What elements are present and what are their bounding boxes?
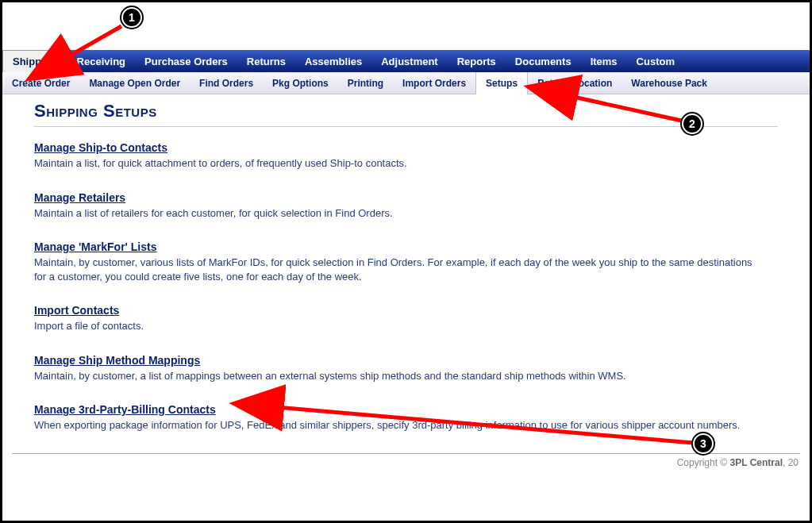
annotation-marker-1: 1 — [121, 7, 142, 28]
sub-nav: Create Order Manage Open Order Find Orde… — [2, 72, 810, 94]
annotation-marker-2: 2 — [682, 113, 702, 134]
link-manage-markfor-lists[interactable]: Manage 'MarkFor' Lists — [34, 240, 156, 253]
footer-suffix: , 20 — [783, 457, 799, 468]
content-area: Shipping Setups Manage Ship-to Contacts … — [2, 94, 810, 448]
footer: Copyright © 3PL Central, 20 — [2, 454, 810, 468]
annotation-marker-3: 3 — [693, 433, 714, 454]
desc-markfor-lists: Maintain, by customer, various lists of … — [34, 256, 764, 283]
desc-3rd-party-billing: When exporting package information for U… — [34, 418, 764, 433]
nav-tab-shipping[interactable]: Shipping — [2, 50, 67, 72]
nav-tab-custom[interactable]: Custom — [627, 50, 684, 72]
subnav-find-orders[interactable]: Find Orders — [190, 72, 263, 94]
nav-tab-assemblies[interactable]: Assemblies — [295, 50, 371, 72]
section-import-contacts: Import Contacts Import a file of contact… — [34, 304, 778, 333]
nav-tab-receiving[interactable]: Receiving — [67, 50, 135, 72]
link-manage-retailers[interactable]: Manage Retailers — [34, 191, 125, 204]
nav-tab-items[interactable]: Items — [581, 50, 627, 72]
nav-tab-documents[interactable]: Documents — [506, 50, 581, 72]
nav-tab-reports[interactable]: Reports — [448, 50, 506, 72]
section-ship-method-mappings: Manage Ship Method Mappings Maintain, by… — [34, 354, 778, 383]
main-nav: Shipping Receiving Purchase Orders Retur… — [2, 50, 810, 72]
subnav-manage-open-order[interactable]: Manage Open Order — [79, 72, 190, 94]
desc-import-contacts: Import a file of contacts. — [34, 319, 764, 333]
section-3rd-party-billing: Manage 3rd-Party-Billing Contacts When e… — [34, 403, 778, 433]
subnav-create-order[interactable]: Create Order — [2, 72, 79, 94]
footer-prefix: Copyright © — [677, 457, 730, 468]
nav-tab-purchase-orders[interactable]: Purchase Orders — [135, 50, 237, 72]
section-retailers: Manage Retailers Maintain a list of reta… — [34, 191, 778, 221]
footer-brand: 3PL Central — [730, 457, 783, 468]
section-ship-to-contacts: Manage Ship-to Contacts Maintain a list,… — [34, 141, 778, 171]
desc-ship-to-contacts: Maintain a list, for quick attachment to… — [34, 156, 764, 171]
subnav-pkg-options[interactable]: Pkg Options — [263, 72, 338, 94]
desc-ship-method-mappings: Maintain, by customer, a list of mapping… — [34, 369, 764, 383]
section-markfor-lists: Manage 'MarkFor' Lists Maintain, by cust… — [34, 240, 778, 283]
link-manage-ship-to-contacts[interactable]: Manage Ship-to Contacts — [34, 141, 167, 154]
nav-tab-adjustment[interactable]: Adjustment — [371, 50, 448, 72]
link-manage-3rd-party-billing-contacts[interactable]: Manage 3rd-Party-Billing Contacts — [34, 403, 216, 416]
link-import-contacts[interactable]: Import Contacts — [34, 304, 119, 317]
page-title: Shipping Setups — [34, 101, 778, 121]
desc-retailers: Maintain a list of retailers for each cu… — [34, 206, 764, 221]
subnav-import-orders[interactable]: Import Orders — [393, 72, 475, 94]
link-manage-ship-method-mappings[interactable]: Manage Ship Method Mappings — [34, 354, 200, 367]
subnav-printing[interactable]: Printing — [338, 72, 393, 94]
title-divider — [34, 126, 778, 127]
subnav-batch-allocation[interactable]: Batch Allocation — [528, 72, 622, 94]
subnav-setups[interactable]: Setups — [475, 72, 528, 94]
subnav-warehouse-pack[interactable]: Warehouse Pack — [622, 72, 717, 94]
nav-tab-returns[interactable]: Returns — [237, 50, 295, 72]
